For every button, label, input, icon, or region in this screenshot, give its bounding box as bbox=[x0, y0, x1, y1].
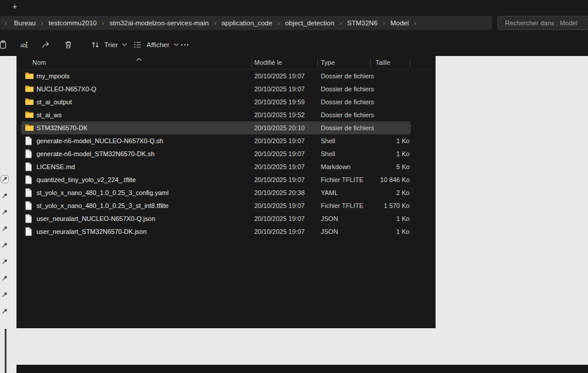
taskbar[interactable] bbox=[16, 365, 588, 373]
file-rows: my_mpools 20/10/2025 19:07 Dossier de fi… bbox=[16, 70, 436, 238]
new-tab-button[interactable]: + bbox=[9, 1, 20, 12]
chevron-down-icon bbox=[122, 43, 127, 47]
search-input[interactable] bbox=[504, 19, 582, 27]
tab-bar: + bbox=[0, 0, 588, 13]
table-row[interactable]: st_yolo_x_nano_480_1.0_0.25_3_config.yam… bbox=[16, 186, 436, 199]
file-size-cell: 1 Ko bbox=[357, 147, 410, 160]
table-row[interactable]: generate-n6-model_NUCLEO-N657X0-Q.sh 20/… bbox=[16, 134, 436, 147]
file-modified-cell: 20/10/2025 19:07 bbox=[254, 70, 305, 82]
file-icon bbox=[25, 188, 32, 197]
file-type-cell: Dossier de fichiers bbox=[321, 95, 374, 108]
file-modified-cell: 20/10/2025 19:52 bbox=[254, 108, 305, 121]
file-icon bbox=[25, 227, 32, 236]
column-divider[interactable] bbox=[317, 58, 318, 67]
pin-icon[interactable] bbox=[1, 291, 8, 298]
file-name-cell: st_yolo_x_nano_480_1.0_0.25_3_config.yam… bbox=[36, 186, 168, 199]
folder-icon bbox=[25, 84, 34, 93]
breadcrumb-item[interactable]: STM32N6 bbox=[344, 19, 381, 27]
file-name-cell: st_ai_ws bbox=[36, 108, 62, 121]
view-button[interactable]: Afficher bbox=[128, 37, 184, 53]
pin-icon[interactable] bbox=[1, 308, 8, 315]
table-row[interactable]: my_mpools 20/10/2025 19:07 Dossier de fi… bbox=[16, 70, 436, 82]
file-name-cell: st_yolo_x_nano_480_1.0_0.25_3_st_int8.tf… bbox=[36, 199, 168, 212]
file-name-cell: generate-n6-model_NUCLEO-N657X0-Q.sh bbox=[36, 134, 163, 147]
pin-icon[interactable] bbox=[1, 209, 8, 216]
folder-icon bbox=[25, 123, 34, 131]
file-type-cell: Shell bbox=[321, 147, 335, 160]
file-icon bbox=[25, 149, 32, 159]
file-icon bbox=[25, 162, 32, 171]
breadcrumb-item[interactable]: stm32ai-modelzoo-services-main bbox=[106, 19, 212, 27]
breadcrumb-separator-icon: › bbox=[383, 19, 386, 27]
breadcrumb-item[interactable]: testcommu2010 bbox=[45, 19, 100, 27]
file-name-cell: NUCLEO-N657X0-Q bbox=[36, 82, 96, 95]
folder-icon bbox=[25, 97, 34, 105]
table-row[interactable]: generate-n6-model_STM32N6570-DK.sh 20/10… bbox=[16, 147, 436, 160]
pin-icon[interactable] bbox=[1, 192, 8, 199]
clipboard-button[interactable] bbox=[0, 37, 11, 53]
file-explorer-window: + › Bureau›testcommu2010›stm32ai-modelzo… bbox=[0, 0, 588, 373]
search-box[interactable] bbox=[497, 16, 588, 30]
delete-button[interactable] bbox=[60, 37, 77, 53]
file-size-cell: 1 570 Ko bbox=[357, 199, 410, 212]
breadcrumb-separator-icon: › bbox=[340, 19, 342, 27]
column-header-type[interactable]: Type bbox=[321, 56, 335, 69]
table-row[interactable]: LICENSE.md 20/10/2025 19:07 Markdown 5 K… bbox=[16, 160, 436, 173]
column-divider[interactable] bbox=[251, 58, 252, 67]
file-modified-cell: 20/10/2025 19:59 bbox=[254, 95, 305, 108]
file-type-cell: Dossier de fichiers bbox=[321, 121, 374, 134]
pin-icon[interactable] bbox=[1, 275, 8, 282]
table-row[interactable]: STM32N6570-DK 20/10/2025 20:10 Dossier d… bbox=[16, 121, 436, 134]
breadcrumb-items: Bureau›testcommu2010›stm32ai-modelzoo-se… bbox=[11, 19, 418, 27]
breadcrumb-item[interactable]: Model bbox=[387, 19, 412, 27]
table-row[interactable]: st_ai_output 20/10/2025 19:59 Dossier de… bbox=[16, 95, 436, 108]
view-button-label: Afficher bbox=[147, 41, 170, 48]
clipboard-icon bbox=[0, 40, 8, 49]
table-row[interactable]: quantized_tiny_yolo_v2_224_.tflite 20/10… bbox=[16, 173, 436, 186]
column-header-nom[interactable]: Nom bbox=[32, 56, 46, 69]
share-button[interactable] bbox=[38, 37, 54, 53]
share-icon bbox=[41, 40, 51, 49]
folder-icon bbox=[25, 110, 34, 118]
breadcrumb-item[interactable]: application_code bbox=[218, 19, 275, 27]
sort-icon bbox=[91, 40, 100, 49]
file-modified-cell: 20/10/2025 19:07 bbox=[254, 225, 305, 238]
file-modified-cell: 20/10/2025 19:07 bbox=[254, 173, 305, 186]
breadcrumb-root-chevron-icon: › bbox=[5, 19, 7, 27]
pin-icon[interactable] bbox=[1, 242, 8, 249]
column-divider[interactable] bbox=[370, 58, 371, 67]
breadcrumb-item[interactable]: Bureau bbox=[11, 19, 39, 27]
column-header-row: Nom Modifié le Type Taille bbox=[16, 56, 436, 70]
file-size-cell: 1 Ko bbox=[357, 134, 410, 147]
more-options-button[interactable] bbox=[177, 37, 193, 53]
breadcrumb-separator-icon: › bbox=[414, 19, 417, 27]
view-icon bbox=[133, 40, 142, 49]
pin-icon[interactable] bbox=[1, 176, 8, 183]
file-size-cell: 1 Ko bbox=[357, 212, 410, 225]
file-modified-cell: 20/10/2025 20:10 bbox=[254, 121, 305, 134]
table-row[interactable]: user_neuralart_NUCLEO-N657X0-Q.json 20/1… bbox=[16, 212, 436, 225]
file-icon bbox=[25, 214, 32, 223]
column-divider[interactable] bbox=[410, 58, 410, 67]
svg-text:ab: ab bbox=[21, 42, 26, 48]
sort-button[interactable]: Trier bbox=[86, 37, 132, 53]
table-row[interactable]: st_ai_ws 20/10/2025 19:52 Dossier de fic… bbox=[16, 108, 436, 121]
column-header-modifie[interactable]: Modifié le bbox=[254, 56, 282, 69]
file-icon bbox=[25, 136, 32, 146]
table-row[interactable]: user_neuralart_STM32N6570-DK.json 20/10/… bbox=[16, 225, 436, 238]
file-name-cell: st_ai_output bbox=[36, 95, 72, 108]
breadcrumb-separator-icon: › bbox=[41, 19, 44, 27]
file-type-cell: Dossier de fichiers bbox=[321, 108, 374, 121]
table-row[interactable]: NUCLEO-N657X0-Q 20/10/2025 19:07 Dossier… bbox=[16, 82, 436, 95]
file-list-panel: Nom Modifié le Type Taille my_mpools 20/… bbox=[16, 56, 436, 328]
left-scrollbar[interactable] bbox=[5, 329, 6, 373]
pin-icon[interactable] bbox=[1, 258, 8, 265]
breadcrumb-item[interactable]: object_detection bbox=[281, 19, 338, 27]
pin-icon[interactable] bbox=[1, 225, 8, 232]
file-name-cell: LICENSE.md bbox=[36, 160, 75, 173]
table-row[interactable]: st_yolo_x_nano_480_1.0_0.25_3_st_int8.tf… bbox=[16, 199, 436, 212]
sort-button-label: Trier bbox=[104, 41, 118, 48]
column-header-taille[interactable]: Taille bbox=[376, 56, 390, 69]
rename-button[interactable]: ab bbox=[16, 37, 32, 53]
file-modified-cell: 20/10/2025 19:07 bbox=[254, 82, 305, 95]
